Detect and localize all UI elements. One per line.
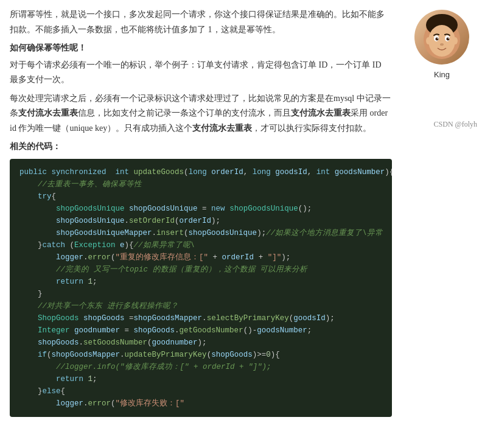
code-line-10: return 1;: [19, 276, 382, 288]
code-line-15: Integer goodnumber = shopGoods.getGoodsN…: [19, 324, 382, 337]
paragraph-3-bold1: 支付流水去重表: [18, 108, 78, 117]
code-line-18: //logger.info("修改库存成功：[" + orderId + "]"…: [19, 361, 382, 373]
paragraph-3: 每次处理完请求之后，必须有一个记录标识这个请求处理过了，比如说常见的方案是在my…: [10, 91, 392, 136]
code-line-13: //对共享一个东东 进行多线程操作呢？: [19, 300, 382, 312]
code-line-21: logger.error("修改库存失败：[": [19, 397, 382, 410]
code-line-8: logger.error("重复的修改库存信息：[" + orderId + "…: [19, 251, 382, 264]
paragraph-3-bold2: 支付流水去重表: [291, 108, 351, 117]
main-content: 所谓幂等性，就是说一个接口，多次发起同一个请求，你这个接口得保证结果是准确的。比…: [0, 0, 402, 424]
code-line-2: //去重表一事务、确保幂等性: [19, 178, 382, 191]
avatar: [414, 10, 469, 65]
svg-point-7: [437, 38, 438, 39]
code-line-9: //完美的 又写一个topic 的数据（重复的），这个数据 可以用来分析: [19, 264, 382, 276]
code-line-5: shopGoodsUnique.setOrderId(orderId);: [19, 215, 382, 227]
code-line-14: ShopGoods shopGoods =shopGoodsMapper.sel…: [19, 312, 382, 324]
heading-1: 如何确保幂等性呢！: [10, 41, 392, 55]
sidebar: King CSDN @folyh: [402, 0, 482, 424]
code-line-1: public synchronized int updateGoods(long…: [19, 166, 382, 178]
code-line-4: shopGoodsUnique shopGoodsUnique = new sh…: [19, 203, 382, 215]
paragraph-3-part4: ，才可以执行实际得支付扣款。: [252, 124, 371, 133]
author-name: King: [434, 68, 450, 82]
avatar-container: King: [414, 10, 469, 82]
svg-point-6: [447, 38, 450, 41]
paragraph-3-bold3: 支付流水去重表: [192, 124, 252, 133]
code-line-19: return 1;: [19, 373, 382, 385]
code-line-16: shopGoods.setGoodsNumber(goodnumber);: [19, 337, 382, 349]
code-line-3: try{: [19, 191, 382, 203]
paragraph-2-text: 对于每个请求必须有一个唯一的标识，举个例子：订单支付请求，肯定得包含订单 ID，…: [10, 60, 382, 85]
svg-point-11: [453, 37, 458, 44]
code-line-17: if(shopGoodsMapper.updateByPrimaryKey(sh…: [19, 349, 382, 361]
svg-point-2: [428, 25, 455, 57]
paragraph-1-text: 所谓幂等性，就是说一个接口，多次发起同一个请求，你这个接口得保证结果是准确的。比…: [10, 10, 385, 34]
paragraph-2: 对于每个请求必须有一个唯一的标识，举个例子：订单支付请求，肯定得包含订单 ID，…: [10, 58, 392, 88]
svg-point-9: [440, 43, 444, 46]
svg-point-10: [426, 37, 431, 44]
page-container: 所谓幂等性，就是说一个接口，多次发起同一个请求，你这个接口得保证结果是准确的。比…: [0, 0, 482, 424]
paragraph-3-part2: 信息，比如支付之前记录一条这个订单的支付流水，而且: [78, 108, 291, 117]
svg-point-8: [448, 38, 449, 39]
heading-2: 相关的代码：: [10, 139, 392, 154]
code-line-6: shopGoodsUniqueMapper.insert(shopGoodsUn…: [19, 227, 382, 239]
code-line-20: }else{: [19, 385, 382, 397]
code-line-7: }catch (Exception e){//如果异常了呢\: [19, 239, 382, 251]
watermark: CSDN @folyh: [434, 118, 477, 130]
svg-point-5: [436, 38, 439, 41]
code-line-11: }: [19, 288, 382, 300]
avatar-svg: [417, 13, 466, 61]
code-block: public synchronized int updateGoods(long…: [10, 159, 392, 417]
paragraph-1: 所谓幂等性，就是说一个接口，多次发起同一个请求，你这个接口得保证结果是准确的。比…: [10, 7, 392, 37]
